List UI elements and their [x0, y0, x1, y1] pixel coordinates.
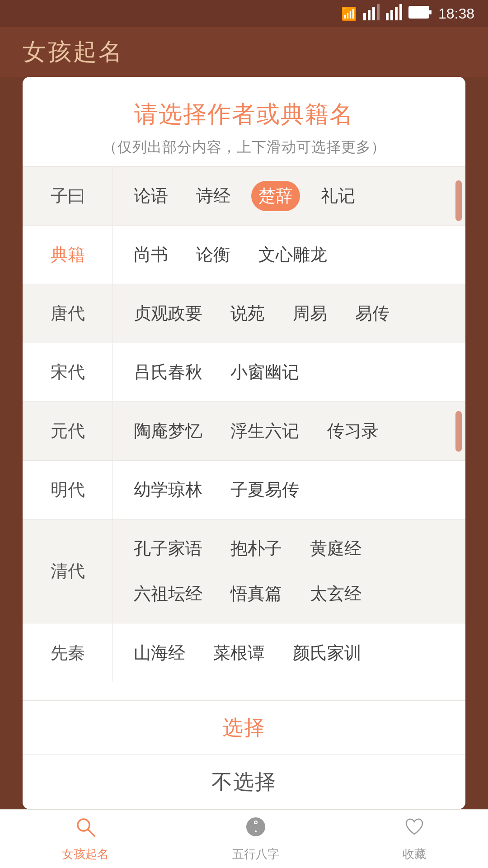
item-xiaochuang[interactable]: 小窗幽记 [223, 357, 306, 387]
heart-icon [404, 816, 425, 843]
table-row: 元代 陶庵梦忆 浮生六记 传习录 [23, 402, 465, 461]
svg-rect-3 [377, 4, 380, 20]
svg-rect-8 [409, 6, 429, 18]
svg-rect-1 [368, 10, 371, 20]
dialog-header: 请选择作者或典籍名 （仅列出部分内容，上下滑动可选择更多） [23, 77, 465, 166]
status-time: 18:38 [438, 5, 474, 22]
item-yanjia[interactable]: 颜氏家训 [286, 638, 369, 668]
row-items-dianjing: 尚书 论衡 文心雕龙 [113, 226, 465, 284]
table-row: 典籍 尚书 论衡 文心雕龙 [23, 226, 465, 284]
app-header: 女孩起名 [0, 27, 488, 77]
table-row: 先秦 山海经 菜根谭 颜氏家训 [23, 623, 465, 682]
svg-rect-0 [363, 13, 366, 20]
cancel-button[interactable]: 不选择 [23, 755, 465, 809]
row-items-xianqin: 山海经 菜根谭 颜氏家训 [113, 623, 465, 682]
table-row: 子曰 论语 诗经 楚辞 礼记 [23, 167, 465, 226]
item-zhouyi[interactable]: 周易 [286, 298, 334, 329]
bottom-nav: 女孩起名 五行八字 收藏 [0, 809, 488, 868]
confirm-button[interactable]: 选择 [23, 701, 465, 755]
item-shanhai[interactable]: 山海经 [127, 638, 192, 668]
row-items-yuandai: 陶庵梦忆 浮生六记 传习录 [113, 402, 465, 460]
item-shuoyuan[interactable]: 说苑 [223, 298, 272, 329]
item-liuzu[interactable]: 六祖坛经 [127, 579, 210, 609]
item-wuzhen[interactable]: 悟真篇 [223, 579, 289, 609]
row-label-yuandai: 元代 [23, 402, 113, 460]
svg-rect-4 [386, 13, 389, 20]
nav-item-favorites[interactable]: 收藏 [403, 816, 426, 862]
bazi-icon [245, 816, 267, 843]
item-zixia[interactable]: 子夏易传 [223, 475, 306, 505]
row-label-ziyue: 子曰 [23, 167, 113, 225]
svg-line-11 [88, 830, 94, 836]
item-wenxin[interactable]: 文心雕龙 [251, 240, 334, 270]
cancel-label: 不选择 [211, 768, 277, 796]
item-kongzi[interactable]: 孔子家语 [127, 533, 210, 564]
item-baopu[interactable]: 抱朴子 [223, 533, 289, 564]
nav-label-girls: 女孩起名 [62, 846, 109, 862]
row-label-qingdai: 清代 [23, 519, 113, 623]
row-items-songdai: 吕氏春秋 小窗幽记 [113, 343, 465, 401]
item-chuanxi[interactable]: 传习录 [320, 416, 386, 446]
scrollbar-bottom [455, 411, 462, 452]
dialog-title: 请选择作者或典籍名 [41, 99, 447, 130]
item-fusheng[interactable]: 浮生六记 [223, 416, 306, 446]
item-lvshi[interactable]: 吕氏春秋 [127, 357, 210, 387]
scrollbar-top [455, 180, 462, 221]
dialog-subtitle: （仅列出部分内容，上下滑动可选择更多） [41, 137, 447, 157]
svg-rect-2 [372, 7, 375, 20]
svg-rect-7 [399, 4, 402, 20]
status-icons: 📶 18:38 [341, 4, 474, 24]
nav-item-girls-naming[interactable]: 女孩起名 [62, 816, 109, 862]
svg-rect-6 [395, 7, 398, 20]
item-yizhuan[interactable]: 易传 [348, 298, 397, 329]
row-label-songdai: 宋代 [23, 343, 113, 401]
row-label-xianqin: 先秦 [23, 623, 113, 682]
item-taixuan[interactable]: 太玄经 [303, 579, 369, 609]
search-icon [75, 816, 96, 843]
item-chuci[interactable]: 楚辞 [251, 181, 300, 211]
item-lunheng[interactable]: 论衡 [189, 240, 238, 270]
item-caigentan[interactable]: 菜根谭 [206, 638, 272, 668]
svg-point-15 [255, 821, 257, 823]
row-items-mingdai: 幼学琼林 子夏易传 [113, 461, 465, 519]
item-zhenguan[interactable]: 贞观政要 [127, 298, 210, 329]
item-taoyan[interactable]: 陶庵梦忆 [127, 416, 210, 446]
table-row: 明代 幼学琼林 子夏易传 [23, 461, 465, 519]
nav-label-bazi: 五行八字 [232, 846, 279, 862]
row-items-ziyue: 论语 诗经 楚辞 礼记 [113, 167, 465, 225]
item-liji[interactable]: 礼记 [314, 181, 362, 211]
status-bar: 📶 18:38 [0, 0, 488, 27]
svg-rect-5 [390, 10, 393, 20]
nav-item-bazi[interactable]: 五行八字 [232, 816, 279, 862]
row-label-mingdai: 明代 [23, 461, 113, 519]
signal-icon [363, 4, 380, 24]
item-shangshu[interactable]: 尚书 [127, 240, 175, 270]
app-title: 女孩起名 [23, 36, 124, 68]
wifi-icon: 📶 [341, 6, 357, 21]
row-label-dianjing: 典籍 [23, 226, 113, 284]
item-huangjing[interactable]: 黄庭经 [303, 533, 369, 564]
battery-icon [408, 6, 432, 22]
row-items-tangdai: 贞观政要 说苑 周易 易传 [113, 284, 465, 343]
dialog: 请选择作者或典籍名 （仅列出部分内容，上下滑动可选择更多） 子曰 论语 诗经 楚… [23, 77, 465, 809]
svg-point-16 [255, 830, 257, 832]
confirm-label: 选择 [222, 714, 266, 742]
table-area: 子曰 论语 诗经 楚辞 礼记 典籍 尚书 论衡 文心雕龙 唐代 贞观政要 说苑 … [23, 166, 465, 700]
nav-label-favorites: 收藏 [403, 846, 426, 862]
item-shijing[interactable]: 诗经 [189, 181, 238, 211]
svg-rect-9 [429, 10, 432, 14]
table-row: 宋代 吕氏春秋 小窗幽记 [23, 343, 465, 402]
item-youxue[interactable]: 幼学琼林 [127, 475, 210, 505]
signal-icon2 [386, 4, 402, 24]
dialog-actions: 选择 不选择 [23, 700, 465, 809]
row-items-qingdai: 孔子家语 抱朴子 黄庭经 六祖坛经 悟真篇 太玄经 [113, 519, 465, 623]
table-row: 清代 孔子家语 抱朴子 黄庭经 六祖坛经 悟真篇 太玄经 [23, 519, 465, 623]
item-lunyu[interactable]: 论语 [127, 181, 175, 211]
row-label-tangdai: 唐代 [23, 284, 113, 343]
table-row: 唐代 贞观政要 说苑 周易 易传 [23, 284, 465, 343]
